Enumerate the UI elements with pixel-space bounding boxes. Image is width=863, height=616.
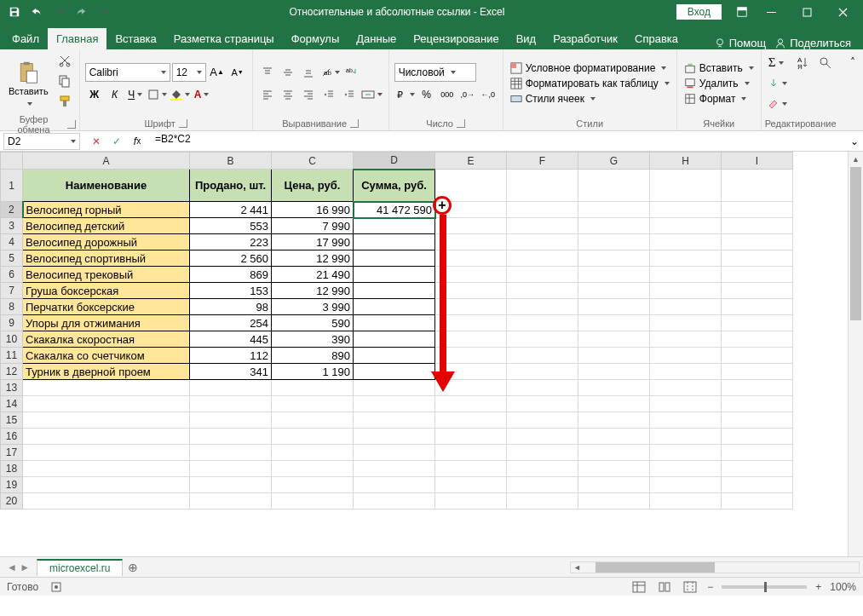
row-header-18[interactable]: 18: [1, 461, 23, 477]
page-layout-view-icon[interactable]: [656, 579, 673, 595]
cell[interactable]: [354, 267, 435, 283]
cell[interactable]: [354, 315, 435, 331]
zoom-out-button[interactable]: −: [707, 581, 713, 593]
number-launcher[interactable]: [457, 119, 465, 128]
cell[interactable]: Велосипед дорожный: [23, 234, 190, 250]
cell[interactable]: Велосипед спортивный: [23, 250, 190, 267]
cell[interactable]: [354, 299, 435, 315]
orientation-icon[interactable]: ab: [319, 63, 341, 82]
normal-view-icon[interactable]: [630, 579, 647, 595]
merge-icon[interactable]: [360, 85, 383, 104]
accounting-format-icon[interactable]: ₽: [394, 85, 416, 104]
cell[interactable]: Велосипед горный: [23, 202, 190, 218]
decrease-decimal-icon[interactable]: ←,0: [479, 85, 498, 104]
tab-главная[interactable]: Главная: [48, 28, 106, 49]
align-top-icon[interactable]: [258, 63, 277, 82]
align-center-icon[interactable]: [279, 85, 297, 104]
name-box[interactable]: D2: [3, 133, 80, 150]
align-middle-icon[interactable]: [279, 63, 297, 82]
bold-button[interactable]: Ж: [85, 85, 104, 104]
cell[interactable]: 21 490: [272, 267, 354, 283]
table-header[interactable]: Наименование: [23, 170, 190, 202]
cell[interactable]: 12 990: [272, 283, 354, 299]
undo-dropdown[interactable]: [49, 3, 68, 21]
macro-record-icon[interactable]: [50, 581, 62, 593]
row-header-3[interactable]: 3: [1, 218, 23, 234]
row-header-20[interactable]: 20: [1, 493, 23, 509]
row-header-1[interactable]: 1: [1, 170, 23, 202]
cell[interactable]: 869: [190, 267, 272, 283]
sort-filter-icon[interactable]: AЯ: [796, 54, 814, 72]
align-launcher[interactable]: [350, 119, 359, 128]
formula-input[interactable]: =B2*C2: [150, 133, 846, 150]
decrease-font-icon[interactable]: A▼: [228, 63, 247, 82]
undo-icon[interactable]: [27, 3, 46, 21]
clipboard-launcher[interactable]: [67, 120, 76, 129]
row-header-15[interactable]: 15: [1, 412, 23, 429]
font-size-select[interactable]: 12: [172, 63, 206, 82]
row-header-17[interactable]: 17: [1, 445, 23, 461]
save-icon[interactable]: [5, 3, 24, 21]
cell[interactable]: 553: [190, 218, 272, 234]
font-color-button[interactable]: A: [193, 85, 211, 104]
ribbon-display-icon[interactable]: [730, 0, 754, 24]
increase-indent-icon[interactable]: [340, 85, 359, 104]
table-header[interactable]: Продано, шт.: [190, 170, 272, 202]
table-header[interactable]: Сумма, руб.: [354, 170, 435, 202]
underline-button[interactable]: Ч: [126, 85, 145, 104]
find-select-icon[interactable]: [816, 54, 835, 72]
cell[interactable]: [354, 364, 435, 380]
increase-decimal-icon[interactable]: ,0→: [458, 85, 477, 104]
col-header-C[interactable]: C: [272, 153, 354, 170]
format-as-table-button[interactable]: Форматировать как таблицу: [509, 77, 671, 90]
page-break-view-icon[interactable]: [682, 579, 699, 595]
insert-function-icon[interactable]: fx: [128, 133, 147, 150]
cell[interactable]: [354, 250, 435, 267]
cell[interactable]: [354, 283, 435, 299]
tab-вид[interactable]: Вид: [508, 28, 545, 49]
row-header-12[interactable]: 12: [1, 364, 23, 380]
enter-formula-icon[interactable]: ✓: [107, 133, 126, 150]
row-header-13[interactable]: 13: [1, 380, 23, 396]
cell[interactable]: [354, 234, 435, 250]
wrap-text-icon[interactable]: ab: [342, 63, 361, 82]
delete-cells-button[interactable]: Удалить: [682, 77, 756, 90]
maximize-button[interactable]: [790, 0, 824, 24]
cell[interactable]: 98: [190, 299, 272, 315]
row-header-5[interactable]: 5: [1, 250, 23, 267]
cell[interactable]: Турник в дверной проем: [23, 364, 190, 380]
sheet-tab[interactable]: microexcel.ru: [37, 559, 123, 576]
worksheet-grid[interactable]: ABCDEFGHI1НаименованиеПродано, шт.Цена, …: [0, 152, 863, 556]
decrease-indent-icon[interactable]: [319, 85, 338, 104]
cell[interactable]: Перчатки боксерские: [23, 299, 190, 315]
cell[interactable]: 2 560: [190, 250, 272, 267]
italic-button[interactable]: К: [106, 85, 124, 104]
cell[interactable]: [354, 348, 435, 364]
cell[interactable]: Велосипед трековый: [23, 267, 190, 283]
col-header-A[interactable]: A: [23, 153, 190, 170]
col-header-G[interactable]: G: [578, 153, 650, 170]
cell[interactable]: 341: [190, 364, 272, 380]
expand-formula-bar[interactable]: ⌄: [846, 135, 863, 147]
cell-styles-button[interactable]: Стили ячеек: [509, 92, 671, 106]
row-header-11[interactable]: 11: [1, 348, 23, 364]
row-header-10[interactable]: 10: [1, 331, 23, 348]
align-right-icon[interactable]: [299, 85, 318, 104]
row-header-7[interactable]: 7: [1, 283, 23, 299]
increase-font-icon[interactable]: A▲: [208, 63, 227, 82]
cell[interactable]: 3 990: [272, 299, 354, 315]
cell[interactable]: 41 472 590: [354, 202, 435, 218]
copy-icon[interactable]: [55, 72, 74, 90]
cell[interactable]: 112: [190, 348, 272, 364]
align-left-icon[interactable]: [258, 85, 277, 104]
col-header-F[interactable]: F: [507, 153, 578, 170]
cell[interactable]: 2 441: [190, 202, 272, 218]
row-header-8[interactable]: 8: [1, 299, 23, 315]
row-header-2[interactable]: 2: [1, 202, 23, 218]
tab-разработчик[interactable]: Разработчик: [544, 28, 626, 49]
paste-button[interactable]: Вставить: [5, 57, 52, 105]
cell[interactable]: 1 190: [272, 364, 354, 380]
fill-color-button[interactable]: [170, 85, 191, 104]
cell[interactable]: Велосипед детский: [23, 218, 190, 234]
cell[interactable]: 890: [272, 348, 354, 364]
